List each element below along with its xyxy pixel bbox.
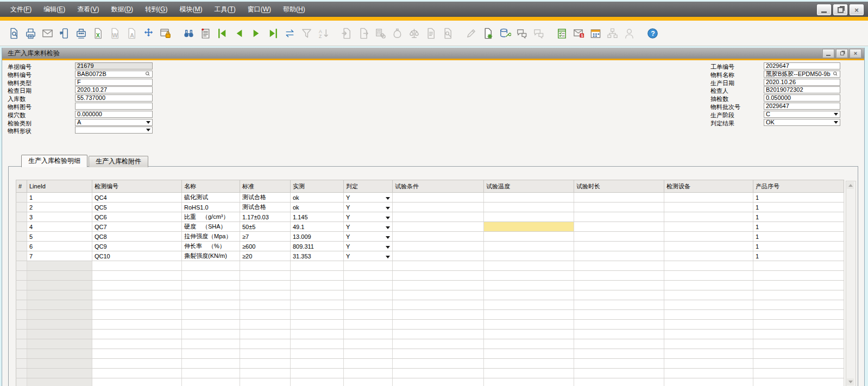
cell[interactable] [393,310,484,320]
cell[interactable]: 13.009 [291,232,344,242]
cell[interactable]: 1 [753,232,844,242]
cell[interactable] [182,281,240,290]
cell[interactable]: 4 [27,222,92,232]
cell[interactable] [393,203,484,212]
cell[interactable] [393,359,484,369]
column-header[interactable]: 名称 [182,180,240,193]
calendar-icon[interactable] [588,26,603,41]
cell[interactable] [240,320,291,330]
cell[interactable] [291,310,344,320]
cell[interactable] [240,378,291,386]
cell[interactable] [574,212,664,222]
row-selector[interactable] [16,310,27,320]
cell[interactable] [344,378,393,386]
row-selector[interactable] [16,193,27,203]
app-restore-button[interactable] [833,4,847,15]
cell[interactable] [393,300,484,310]
cell[interactable]: 硫化测试 [182,193,240,203]
cell[interactable]: 伸长率 （%） [182,242,240,251]
cell[interactable] [574,193,664,203]
cell[interactable] [484,290,574,300]
row-selector[interactable] [16,203,27,212]
cell[interactable]: 809.311 [291,242,344,251]
field-select[interactable] [75,126,153,134]
field-input[interactable]: BAB0072B [75,71,153,78]
vertical-scrollbar[interactable] [846,181,856,386]
system-messages-icon[interactable] [198,26,213,41]
cell[interactable] [291,339,344,349]
cell[interactable]: ok [291,203,344,212]
cell[interactable] [344,369,393,378]
cell[interactable] [664,369,753,378]
cell[interactable] [240,349,291,359]
cell[interactable] [393,261,484,271]
email-icon[interactable] [40,26,55,41]
cell[interactable]: Y [344,251,393,261]
cell[interactable] [182,339,240,349]
cell[interactable] [182,261,240,271]
cell[interactable] [664,251,753,261]
cell[interactable] [291,300,344,310]
row-selector[interactable] [16,232,27,242]
cell[interactable] [574,261,664,271]
cell[interactable] [344,359,393,369]
cell[interactable] [484,310,574,320]
cell[interactable]: QC10 [92,251,182,261]
cell[interactable] [240,369,291,378]
cell[interactable] [291,330,344,339]
cell[interactable]: 硬度 （SHA） [182,222,240,232]
cell[interactable] [182,378,240,386]
cell[interactable]: QC4 [92,193,182,203]
cell[interactable]: QC6 [92,212,182,222]
cell[interactable] [92,330,182,339]
field-input[interactable]: 黑胶B炼胶--EPDM50-9b [764,71,840,78]
cell[interactable] [664,310,753,320]
row-selector[interactable] [16,300,27,310]
cell[interactable] [574,310,664,320]
cell[interactable]: 1 [753,193,844,203]
cell[interactable] [344,310,393,320]
cell[interactable] [574,290,664,300]
row-selector[interactable] [16,378,27,386]
cell[interactable] [574,378,664,386]
chevron-down-icon[interactable] [386,226,390,229]
field-input[interactable]: 2020.10.26 [764,79,840,86]
cell[interactable] [393,193,484,203]
cell[interactable] [574,359,664,369]
cell[interactable] [27,378,92,386]
cell[interactable] [92,310,182,320]
row-selector[interactable] [16,242,27,251]
cell[interactable] [753,300,844,310]
chevron-down-icon[interactable] [386,256,390,258]
cell[interactable] [182,359,240,369]
cell[interactable] [291,281,344,290]
field-select[interactable]: A [75,119,153,126]
chevron-down-icon[interactable] [386,236,390,239]
cell[interactable] [664,232,753,242]
cell[interactable] [92,261,182,271]
cell[interactable] [291,320,344,330]
tab-0[interactable]: 生产入库检验明细 [21,155,87,167]
approval-checklist-icon[interactable] [555,26,569,41]
cell[interactable] [393,242,484,251]
cell[interactable]: QC9 [92,242,182,251]
cell[interactable]: 7 [27,251,92,261]
cell[interactable] [664,203,753,212]
document-titlebar[interactable]: 生产入库来料检验 × [2,48,864,59]
row-selector[interactable] [16,359,27,369]
cell[interactable] [484,222,574,232]
row-selector[interactable] [16,320,27,330]
cell[interactable] [664,300,753,310]
cell[interactable]: Y [344,212,393,222]
cell[interactable] [574,271,664,281]
chevron-down-icon[interactable] [386,246,390,249]
row-selector[interactable] [16,222,27,232]
scroll-up-button[interactable] [847,182,854,189]
form-settings-icon[interactable] [481,26,495,41]
field-input[interactable]: 55.737000 [75,94,153,102]
cell[interactable] [291,359,344,369]
row-selector[interactable] [16,290,27,300]
cell[interactable] [393,212,484,222]
cell[interactable] [92,339,182,349]
chevron-down-icon[interactable] [146,121,150,124]
